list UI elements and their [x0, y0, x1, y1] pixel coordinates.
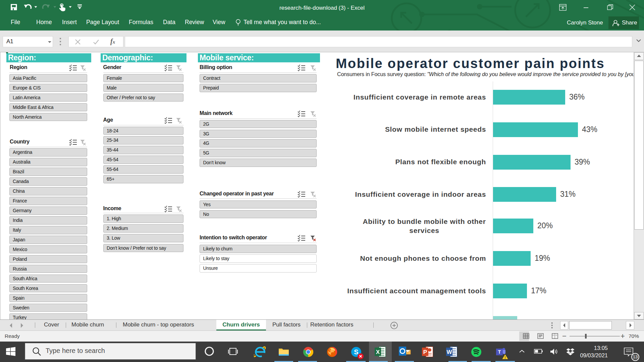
svg-text:W: W	[446, 349, 452, 355]
svg-text:T: T	[498, 349, 501, 355]
svg-text:S: S	[354, 348, 358, 356]
svg-text:P: P	[423, 349, 427, 355]
svg-text:X: X	[376, 349, 380, 355]
